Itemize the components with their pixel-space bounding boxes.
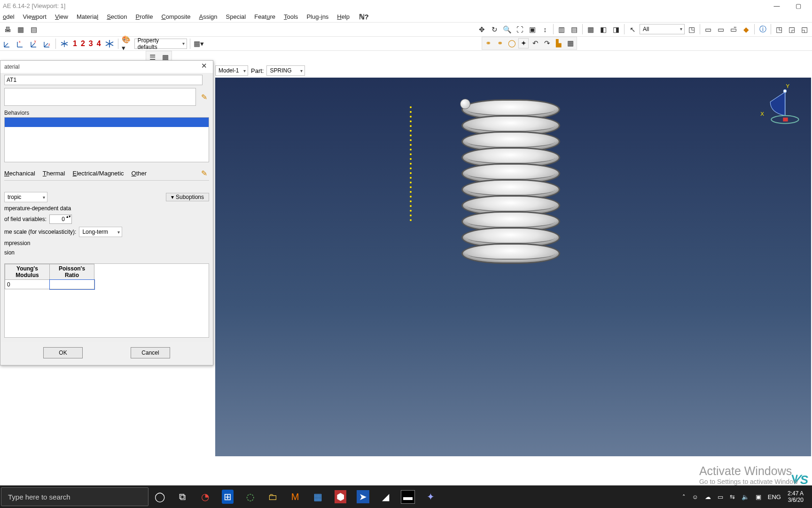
material-name-input[interactable] [4,75,203,85]
cell-youngs-row1[interactable]: 0 [5,280,50,289]
render-cube-icon[interactable]: ▦▾ [193,38,204,49]
menu-help[interactable]: Help [337,13,350,20]
tab-mechanical[interactable]: Mechanical [4,170,35,177]
tab-other[interactable]: Other [132,170,147,177]
terminal-icon[interactable]: ▬ [397,485,419,508]
bool-b-icon[interactable]: ⚭ [495,38,505,48]
iso-2-icon[interactable]: ◲ [786,24,797,35]
tray-touchpad-icon[interactable]: ▣ [756,493,761,500]
part-instance-icon[interactable]: ▦ [15,24,26,35]
bool-a-icon[interactable]: ⚭ [483,38,493,48]
color-palette-icon[interactable]: 🎨▾ [121,38,133,49]
property-defaults-dropdown[interactable]: Property defaults [134,39,187,49]
print-icon[interactable]: 🖶 [2,24,13,35]
behaviors-list[interactable] [4,117,209,162]
view-triad[interactable]: Y X [760,83,800,130]
menu-view[interactable]: View [55,13,68,20]
selection-filter-dropdown[interactable]: All [640,24,685,34]
app-m-icon[interactable]: M [284,485,306,508]
axes-1-icon[interactable] [3,39,12,48]
axes-4-icon[interactable]: z [42,39,52,48]
sel-d-icon[interactable]: ◆ [741,24,752,35]
menu-assign[interactable]: Assign [199,13,218,20]
tray-battery-icon[interactable]: ▭ [718,493,723,500]
grid-tool-icon[interactable]: ▦ [565,38,576,48]
cancel-button[interactable]: Cancel [131,347,170,358]
material-description-input[interactable] [4,88,196,106]
tray-chevron-icon[interactable]: ˄ [682,493,686,500]
menu-model[interactable]: odel [3,13,15,20]
menu-special[interactable]: Special [226,13,246,20]
iso-1-icon[interactable]: ◳ [773,24,785,35]
taskview-icon[interactable]: ⧉ [171,485,194,508]
menu-section[interactable]: Section [107,13,127,20]
tray-volume-icon[interactable]: 🔈 [742,493,749,500]
menu-feature[interactable]: Feature [254,13,275,20]
pick-1-icon[interactable]: ◳ [686,24,697,35]
axes-5-icon[interactable] [60,39,69,48]
view-1-button[interactable]: 1 [73,40,77,48]
app-plus-icon[interactable]: ✦ [419,485,442,508]
viewport[interactable]: Y X [215,78,811,456]
zoom-box-icon[interactable]: ⛶ [514,24,525,35]
menu-tools[interactable]: Tools [284,13,298,20]
whatsthis-icon[interactable]: ℕ? [358,11,369,23]
menu-profile[interactable]: Profile [136,13,153,20]
app-tri-icon[interactable]: ◢ [374,485,397,508]
edit-tabs-icon[interactable]: ✎ [199,168,209,178]
persp-1-icon[interactable]: ▥ [556,24,567,35]
tray-date[interactable]: 3/6/20 [788,497,804,503]
iso-3-icon[interactable]: ◱ [799,24,810,35]
view-3-button[interactable]: 3 [89,40,93,48]
cube-1-icon[interactable]: ▦ [585,24,596,35]
type-dropdown[interactable]: tropic [4,192,47,202]
cell-poisson-row1[interactable] [50,280,94,289]
app-grid-icon[interactable]: ▦ [306,485,329,508]
taskbar-search[interactable]: Type here to search [1,487,148,506]
tray-wifi-icon[interactable]: ⇆ [730,493,735,500]
axes-3-icon[interactable]: y [29,39,39,48]
close-button[interactable]: ✕ [199,62,209,72]
tray-lang[interactable]: ENG [768,493,781,500]
cortana-icon[interactable]: ◯ [148,485,171,508]
view-2-button[interactable]: 2 [81,40,85,48]
minimize-button[interactable]: — [766,2,788,9]
zoom-icon[interactable]: 🔍 [501,24,513,35]
tab-electrical[interactable]: Electrical/Magnetic [72,170,124,177]
fit-icon[interactable]: ▣ [527,24,538,35]
highlight-icon[interactable]: ✦ [518,38,529,48]
scale-icon[interactable]: ↕ [539,24,551,35]
edit-description-icon[interactable]: ✎ [199,92,209,102]
menu-plugins[interactable]: Plug-ins [306,13,328,20]
tray-people-icon[interactable]: ☺ [692,493,698,500]
explorer-icon[interactable]: 🗀 [261,485,284,508]
model-dropdown[interactable]: Model-1 [215,65,248,76]
axes-2-icon[interactable]: x [16,39,25,48]
cube-2-icon[interactable]: ◧ [598,24,609,35]
menu-composite[interactable]: Composite [161,13,190,20]
behavior-item-selected[interactable] [5,118,209,127]
field-vars-spinner[interactable]: 0 [49,214,72,224]
chrome-icon[interactable]: ◔ [194,485,216,508]
app-arrow-icon[interactable]: ➤ [351,485,374,508]
tree-icon[interactable]: ▙ [554,38,564,48]
elastic-data-table[interactable]: Young'sModulus Poisson'sRatio 0 [4,263,209,338]
tray-onedrive-icon[interactable]: ☁ [705,493,711,500]
loading-icon[interactable]: ◌ [239,485,261,508]
tray-time[interactable]: 2:47 A [788,490,804,497]
redo-icon[interactable]: ↷ [542,38,552,48]
suboptions-button[interactable]: ▾ Suboptions [166,193,209,201]
bool-c-icon[interactable]: ◯ [507,38,517,48]
menu-viewport[interactable]: Viewport [23,13,47,20]
maximize-button[interactable]: ▢ [788,2,809,9]
tab-thermal[interactable]: Thermal [43,170,65,177]
info-icon[interactable]: ⓘ [757,24,768,35]
view-4-button[interactable]: 4 [97,40,101,48]
pointer-icon[interactable]: ↖ [627,24,638,35]
cube-3-icon[interactable]: ◨ [610,24,622,35]
sel-c-icon[interactable]: ▭̈ [728,24,739,35]
axes-main-icon[interactable] [105,39,114,48]
part-dropdown[interactable]: SPRING [266,65,305,76]
pan-icon[interactable]: ✥ [476,24,487,35]
menu-material[interactable]: Material [77,13,98,20]
